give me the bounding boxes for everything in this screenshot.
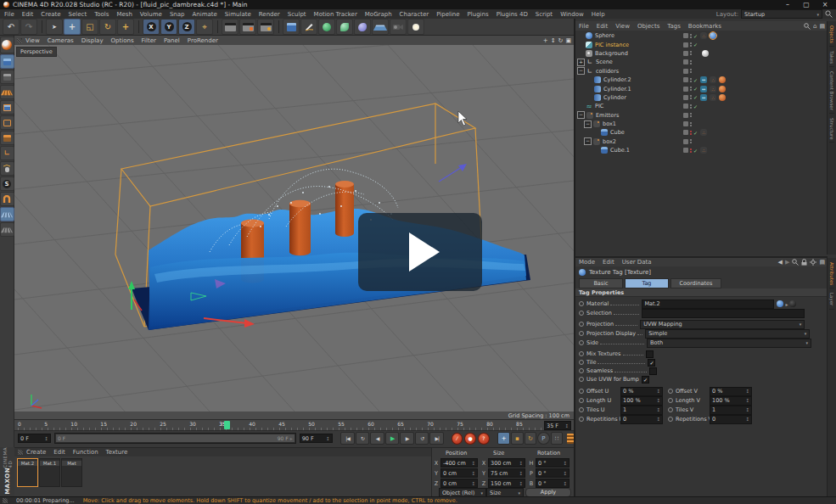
vp-menu-panel[interactable]: Panel <box>164 37 180 44</box>
pen-spline-button[interactable] <box>300 19 317 35</box>
tree-row-pic[interactable]: ≈ PIC ✓ <box>575 102 828 110</box>
tree-row-background[interactable]: Background <box>575 49 828 58</box>
offset-v-field[interactable]: 0 %↕ <box>710 387 752 396</box>
repetitions-v-field[interactable]: 0↕ <box>710 415 752 424</box>
vp-menu-cameras[interactable]: Cameras <box>48 37 74 44</box>
panel-handle-icon[interactable] <box>17 38 22 43</box>
layer-toggle[interactable] <box>683 69 688 74</box>
size-y-field[interactable]: 75 cm↕ <box>488 468 525 478</box>
current-frame-field[interactable]: 35 F↕ <box>544 421 571 430</box>
menu-window[interactable]: Window <box>560 11 584 18</box>
range-end-field[interactable]: 90 F↕ <box>300 434 333 443</box>
gear-icon[interactable] <box>810 259 816 266</box>
collider-tag-icon[interactable]: ↔ <box>700 76 707 83</box>
size-x-field[interactable]: 300 cm↕ <box>488 458 525 468</box>
position-x-field[interactable]: -400 cm↕ <box>440 458 478 468</box>
axis-mode-button[interactable]: ∟ <box>0 146 14 160</box>
tree-row-pic-instance[interactable]: PIC instance ✓ <box>575 40 828 48</box>
phong-tag-icon[interactable]: ∴ <box>710 86 716 92</box>
live-selection-tool[interactable]: ➤ <box>46 19 63 35</box>
material-swatch-mat2[interactable]: Mat.2 <box>17 458 38 487</box>
viewport-toggle-icon[interactable]: ▣ <box>565 37 571 44</box>
layer-toggle[interactable] <box>683 113 688 118</box>
tree-row-cube[interactable]: Cube ✓ ∴ <box>575 128 828 137</box>
lock-icon[interactable] <box>801 259 807 266</box>
collider-tag-icon[interactable]: ↔ <box>700 94 707 101</box>
size-z-field[interactable]: 150 cm↕ <box>488 479 525 488</box>
panel-list-icon[interactable]: ▤ <box>819 23 825 30</box>
menu-simulate[interactable]: Simulate <box>225 11 251 18</box>
projection-display-select[interactable]: Simple▾ <box>645 329 810 339</box>
maximize-button[interactable]: ▢ <box>797 0 816 9</box>
menu-tools[interactable]: Tools <box>94 11 109 18</box>
lock-x-axis-button[interactable]: X <box>143 19 160 35</box>
expander-icon[interactable]: − <box>584 120 592 128</box>
polygons-mode-button[interactable] <box>0 131 14 145</box>
menu-motion-tracker[interactable]: Motion Tracker <box>314 11 357 18</box>
tree-row-scene[interactable]: + ∟ Scene <box>575 58 828 66</box>
render-settings-button[interactable] <box>257 19 274 35</box>
rotation-h-field[interactable]: 0 °↕ <box>536 458 569 468</box>
rotate-tool[interactable]: ↻ <box>99 19 116 35</box>
am-menu-user-data[interactable]: User Data <box>622 259 652 266</box>
camera-label[interactable]: Perspective <box>16 47 57 57</box>
redo-button[interactable]: ↷ <box>20 19 37 35</box>
menu-character[interactable]: Character <box>400 11 429 18</box>
mix-textures-checkbox[interactable] <box>646 350 654 358</box>
viewport-rotate-icon[interactable]: ↻ <box>558 37 564 44</box>
om-menu-bookmarks[interactable]: Bookmarks <box>688 23 721 30</box>
side-select[interactable]: Both▾ <box>647 339 811 348</box>
layer-toggle[interactable] <box>683 77 688 82</box>
tab-content-browser[interactable]: Content Browser <box>829 69 834 114</box>
history-forward-icon[interactable]: ▶ <box>785 259 789 266</box>
menu-sculpt[interactable]: Sculpt <box>288 11 306 18</box>
anim-dot-icon[interactable] <box>579 322 584 327</box>
menu-script[interactable]: Script <box>536 11 553 18</box>
menu-mograph[interactable]: MoGraph <box>365 11 392 18</box>
workplane-mode-button[interactable] <box>0 85 14 99</box>
material-swatch-mat1[interactable]: Mat.1 <box>39 458 60 487</box>
phong-tag-icon[interactable]: ∴ <box>700 32 707 39</box>
menu-select[interactable]: Select <box>69 11 87 18</box>
video-play-button[interactable] <box>358 213 482 291</box>
tab-layer[interactable]: Layer <box>829 290 834 309</box>
tree-row-cylinder1[interactable]: Cylinder.1 ✓ ↔ ∴ <box>575 84 828 92</box>
material-swatch-mat[interactable]: Mat <box>61 458 82 487</box>
key-point-level-button[interactable]: ∷ <box>551 432 564 445</box>
anim-dot-icon[interactable] <box>668 407 673 412</box>
layer-toggle[interactable] <box>683 33 688 38</box>
soft-selection-button[interactable] <box>0 161 14 176</box>
menu-plugins[interactable]: Plugins <box>468 11 489 18</box>
tab-takes[interactable]: Takes <box>829 48 834 67</box>
expander-icon[interactable]: + <box>577 59 585 66</box>
selection-field[interactable] <box>642 309 805 318</box>
tab-tag[interactable]: Tag <box>625 278 669 288</box>
length-v-field[interactable]: 100 %↕ <box>710 396 752 406</box>
search-icon[interactable] <box>804 23 811 30</box>
phong-tag-icon[interactable]: ∴ <box>700 129 707 136</box>
material-tag-icon[interactable] <box>719 94 726 101</box>
edges-mode-button[interactable] <box>0 115 14 130</box>
shader-ball-icon[interactable] <box>789 300 796 307</box>
anim-dot-icon[interactable] <box>579 407 584 412</box>
uvw-bump-checkbox[interactable]: ✓ <box>642 376 649 384</box>
mat-menu-texture[interactable]: Texture <box>106 449 128 456</box>
vp-menu-options[interactable]: Options <box>111 37 134 44</box>
layer-toggle[interactable] <box>683 130 688 135</box>
play-reverse-button[interactable]: ↺ <box>415 432 429 445</box>
play-forward-button[interactable]: ▶ <box>385 432 400 445</box>
tree-row-cylinder2[interactable]: Cylinder.2 ✓ ↔ ∴ <box>575 76 828 84</box>
anim-dot-icon[interactable] <box>579 301 584 306</box>
range-start-field[interactable]: 0 F↕ <box>18 434 51 443</box>
generator-sweep-button[interactable] <box>336 19 353 35</box>
preview-range-slider[interactable]: 0 F 90 F ▸ <box>54 433 296 444</box>
lock-y-axis-button[interactable]: Y <box>160 19 177 35</box>
lock-z-axis-button[interactable]: Z <box>178 19 195 35</box>
tab-basic[interactable]: Basic <box>579 278 623 288</box>
material-ball-icon[interactable] <box>777 300 783 307</box>
phong-tag-icon[interactable]: ∴ <box>710 76 716 83</box>
tab-coordinates[interactable]: Coordinates <box>670 278 721 288</box>
menu-help[interactable]: Help <box>592 11 605 18</box>
mat-menu-create[interactable]: Create <box>26 449 46 456</box>
anim-dot-icon[interactable] <box>668 398 673 403</box>
